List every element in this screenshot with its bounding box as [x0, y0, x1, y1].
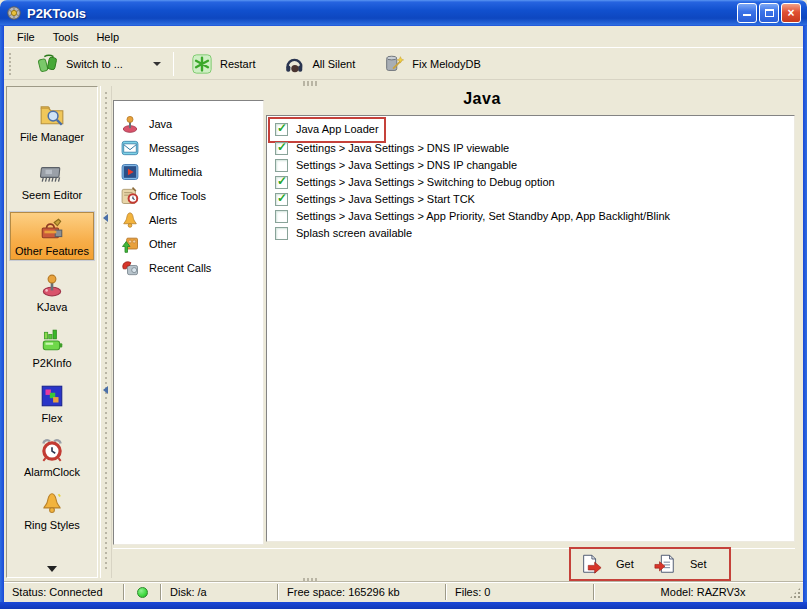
- checkbox[interactable]: [275, 142, 288, 155]
- page-title: Java: [170, 90, 794, 112]
- category-alerts[interactable]: Alerts: [114, 208, 263, 232]
- window-border: [803, 26, 807, 609]
- category-list: Java Messages Multimedia: [113, 100, 264, 545]
- chevron-down-icon: [153, 62, 161, 66]
- checkbox-row-dns-ip-viewable[interactable]: Settings > Java Settings > DNS IP viewab…: [267, 140, 794, 156]
- checkbox-label: Java App Loader: [296, 123, 379, 135]
- other-box-arrow-icon: [120, 234, 140, 254]
- category-messages[interactable]: Messages: [114, 136, 263, 160]
- switch-to-dropdown[interactable]: [149, 52, 165, 76]
- category-label: Multimedia: [149, 166, 202, 178]
- category-label: Alerts: [149, 214, 177, 226]
- melody-fix-icon: [383, 53, 405, 75]
- bell-icon: [39, 490, 65, 516]
- maximize-icon: [765, 9, 774, 17]
- checkbox-row-debug-option[interactable]: Settings > Java Settings > Switching to …: [267, 174, 794, 190]
- close-button[interactable]: ×: [781, 3, 801, 23]
- splitter-collapse-arrow[interactable]: [103, 214, 108, 222]
- envelope-icon: [120, 138, 140, 158]
- feature-checkbox-panel: Java App Loader Settings > Java Settings…: [266, 115, 795, 542]
- category-office-tools[interactable]: Office Tools: [114, 184, 263, 208]
- checkbox[interactable]: [275, 159, 288, 172]
- window-border: [0, 26, 4, 609]
- panel-grip-top[interactable]: [303, 81, 319, 86]
- chip-icon: [39, 160, 65, 186]
- checkbox-label: Settings > Java Settings > Switching to …: [296, 176, 555, 188]
- statusbar: Status: Connected Disk: /a Free space: 1…: [4, 581, 803, 602]
- close-icon: ×: [787, 6, 794, 20]
- media-player-icon: [120, 162, 140, 182]
- sidebar-item-label: KJava: [37, 301, 68, 313]
- connected-dot-icon: [137, 587, 148, 598]
- joystick-icon: [39, 272, 65, 298]
- checkbox-row-app-priority[interactable]: Settings > Java Settings > App Priority,…: [267, 208, 794, 224]
- category-java[interactable]: Java: [114, 112, 263, 136]
- sidebar-item-ring-styles[interactable]: Ring Styles: [9, 485, 95, 535]
- set-icon: [654, 553, 676, 575]
- get-icon: [580, 553, 602, 575]
- category-other[interactable]: Other: [114, 232, 263, 256]
- joystick-icon: [120, 114, 140, 134]
- fix-melodydb-label: Fix MelodyDB: [412, 58, 480, 70]
- phone-switch-icon: [37, 53, 59, 75]
- checkbox[interactable]: [275, 176, 288, 189]
- window-border: [0, 602, 807, 609]
- sidebar-item-p2kinfo[interactable]: P2KInfo: [9, 323, 95, 373]
- restart-icon: [191, 53, 213, 75]
- checkbox-row-start-tck[interactable]: Settings > Java Settings > Start TCK: [267, 191, 794, 207]
- checkbox-label: Settings > Java Settings > DNS IP viewab…: [296, 142, 509, 154]
- category-multimedia[interactable]: Multimedia: [114, 160, 263, 184]
- sidebar-item-file-manager[interactable]: File Manager: [9, 97, 95, 147]
- category-recent-calls[interactable]: Recent Calls: [114, 256, 263, 280]
- all-silent-button[interactable]: All Silent: [274, 49, 364, 79]
- alarm-clock-icon: [39, 437, 65, 463]
- menu-help[interactable]: Help: [87, 28, 128, 46]
- category-label: Other: [149, 238, 177, 250]
- restart-button[interactable]: Restart: [182, 49, 264, 79]
- sidebar-item-label: Other Features: [15, 245, 89, 257]
- set-button[interactable]: Set: [650, 551, 720, 577]
- sidebar-item-flex[interactable]: Flex: [9, 378, 95, 428]
- sidebar-item-alarmclock[interactable]: AlarmClock: [9, 432, 95, 482]
- flex-icon: [39, 383, 65, 409]
- menu-file[interactable]: File: [8, 28, 44, 46]
- window-title: P2KTools: [27, 6, 732, 21]
- checkbox[interactable]: [275, 123, 288, 136]
- checkbox[interactable]: [275, 193, 288, 206]
- toolbar-drag-handle[interactable]: [8, 53, 12, 75]
- fix-melodydb-button[interactable]: Fix MelodyDB: [374, 49, 489, 79]
- sidebar: File Manager Seem Editor Other Features: [6, 86, 98, 578]
- maximize-button[interactable]: [759, 3, 779, 23]
- titlebar[interactable]: P2KTools ×: [0, 0, 807, 26]
- get-button[interactable]: Get: [576, 551, 646, 577]
- minimize-button[interactable]: [737, 3, 757, 23]
- switch-to-button[interactable]: Switch to ...: [28, 49, 149, 79]
- set-label: Set: [690, 558, 707, 570]
- toolbar-separator: [173, 52, 174, 76]
- checkbox-label: Settings > Java Settings > Start TCK: [296, 193, 475, 205]
- splitter-collapse-arrow[interactable]: [103, 386, 108, 394]
- sidebar-splitter[interactable]: [100, 86, 112, 578]
- minimize-icon: [743, 8, 751, 16]
- folder-search-icon: [39, 102, 65, 128]
- menu-tools[interactable]: Tools: [44, 28, 88, 46]
- checkbox-row-java-app-loader[interactable]: Java App Loader: [267, 121, 794, 137]
- toolbox-icon: [39, 216, 65, 242]
- category-label: Office Tools: [149, 190, 206, 202]
- checkbox[interactable]: [275, 227, 288, 240]
- switch-to-label: Switch to ...: [66, 58, 140, 70]
- status-disk: Disk: /a: [162, 582, 277, 602]
- sidebar-scroll-down-arrow[interactable]: [47, 566, 57, 572]
- app-icon: [6, 5, 22, 21]
- checkbox-label: Splash screen available: [296, 227, 412, 239]
- battery-info-icon: [39, 328, 65, 354]
- sidebar-item-seem-editor[interactable]: Seem Editor: [9, 155, 95, 205]
- checkbox-row-dns-ip-changable[interactable]: Settings > Java Settings > DNS IP changa…: [267, 157, 794, 173]
- checkbox-row-splash-screen[interactable]: Splash screen available: [267, 225, 794, 241]
- category-label: Java: [149, 118, 172, 130]
- sidebar-item-kjava[interactable]: KJava: [9, 267, 95, 317]
- sidebar-item-other-features[interactable]: Other Features: [9, 211, 95, 261]
- get-label: Get: [616, 558, 634, 570]
- toolbar: Switch to ... Restart All Silent: [4, 47, 803, 80]
- checkbox[interactable]: [275, 210, 288, 223]
